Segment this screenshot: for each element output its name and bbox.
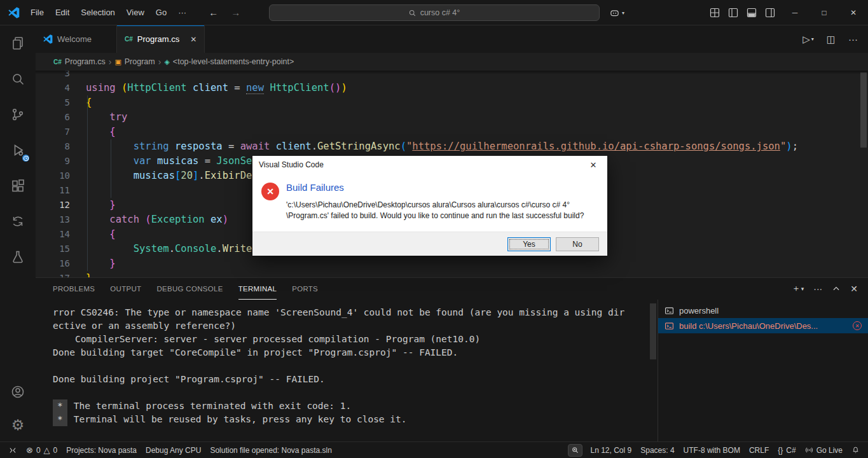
- dialog-footer: Yes No: [252, 232, 607, 256]
- panel-actions: ＋▾ ··· ✕: [792, 278, 858, 300]
- chevron-right-icon: ›: [158, 57, 162, 67]
- copilot-button[interactable]: ▾: [609, 7, 624, 18]
- customize-layout-icon[interactable]: [710, 8, 720, 18]
- activity-run-debug[interactable]: [0, 132, 36, 168]
- debug-config-status[interactable]: Debug Any CPU: [141, 442, 205, 458]
- close-button[interactable]: ✕: [839, 0, 868, 25]
- terminal-line: *The terminal process terminated with ex…: [53, 399, 658, 413]
- problems-status[interactable]: ⊗0 △0: [22, 442, 62, 458]
- panel-tab-ports[interactable]: PORTS: [292, 278, 318, 300]
- dialog-title-bar: Visual Studio Code ✕: [252, 156, 607, 174]
- breadcrumb-class[interactable]: ▣ Program: [114, 57, 155, 66]
- cursor-position[interactable]: Ln 12, Col 9: [586, 442, 637, 458]
- menu-go[interactable]: Go: [150, 5, 172, 20]
- notifications-bell[interactable]: [847, 442, 864, 458]
- dialog-content: ✕ Build Failures 'c:\Users\Pichau\OneDri…: [252, 174, 607, 232]
- vscode-window: FileEditSelectionViewGo··· ← → curso c# …: [0, 0, 868, 458]
- zoom-indicator[interactable]: [568, 444, 582, 457]
- sync-icon: [10, 214, 25, 229]
- code-line-7: 7 {: [36, 125, 859, 139]
- code-line-17: 17}: [36, 271, 859, 277]
- no-button[interactable]: No: [556, 237, 599, 251]
- panel-tab-debug-console[interactable]: DEBUG CONSOLE: [156, 278, 223, 300]
- panel-tab-problems[interactable]: PROBLEMS: [53, 278, 95, 300]
- menu-bar: FileEditSelectionViewGo···: [25, 5, 192, 20]
- toggle-primary-sidebar-icon[interactable]: [728, 8, 738, 18]
- menu-more[interactable]: ···: [172, 5, 192, 20]
- chevron-down-icon: ▾: [622, 10, 624, 15]
- menu-file[interactable]: File: [25, 5, 50, 20]
- status-bar: ⊗0 △0 Projects: Nova pasta Debug Any CPU…: [0, 441, 868, 458]
- tab-label: Program.cs: [137, 34, 179, 44]
- panel-more-actions-icon[interactable]: ···: [813, 284, 822, 294]
- forward-button[interactable]: →: [231, 7, 240, 18]
- back-button[interactable]: ←: [209, 7, 218, 18]
- tab-bar: Welcome C# Program.cs ✕ ▷▾ ◫ ···: [36, 25, 868, 53]
- symbol-class-icon: ▣: [114, 58, 121, 66]
- remote-indicator[interactable]: [4, 442, 22, 458]
- more-actions-icon[interactable]: ···: [848, 34, 858, 45]
- testing-beaker-icon: [10, 249, 25, 265]
- terminal-list: powershellbuild c:\Users\Pichau\OneDrive…: [658, 300, 868, 441]
- account-button[interactable]: [0, 375, 36, 408]
- tab-welcome[interactable]: Welcome: [36, 25, 117, 53]
- panel-tab-output[interactable]: OUTPUT: [110, 278, 141, 300]
- line-number: 12: [36, 198, 70, 212]
- extensions-icon: [10, 178, 25, 193]
- search-icon: [408, 9, 417, 17]
- terminal-item-build[interactable]: build c:\Users\Pichau\OneDrive\Des...✕: [658, 318, 868, 333]
- eol-status[interactable]: CRLF: [745, 442, 773, 458]
- close-panel-icon[interactable]: ✕: [850, 284, 858, 294]
- line-number: 17: [36, 271, 70, 277]
- command-center-search[interactable]: curso c# 4°: [269, 4, 600, 21]
- terminal-output[interactable]: rror CS0246: The type or namespace name …: [36, 300, 658, 441]
- toggle-panel-icon[interactable]: [747, 8, 757, 18]
- dialog-close-icon[interactable]: ✕: [585, 160, 602, 170]
- window-controls: ─ □ ✕: [780, 0, 868, 25]
- activity-explorer[interactable]: [0, 25, 36, 61]
- panel-tab-terminal[interactable]: TERMINAL: [238, 278, 277, 300]
- go-live-button[interactable]: Go Live: [801, 442, 847, 458]
- terminal-item-powershell[interactable]: powershell: [658, 303, 868, 318]
- layout-controls: [710, 0, 775, 25]
- editor-scrollbar[interactable]: [860, 73, 867, 148]
- terminal-line: rror CS0246: The type or namespace name …: [53, 306, 658, 319]
- maximize-button[interactable]: □: [809, 0, 839, 25]
- solution-status[interactable]: Solution file opened: Nova pasta.sln: [205, 442, 336, 458]
- activity-sync[interactable]: [0, 204, 36, 239]
- panel-header: PROBLEMSOUTPUTDEBUG CONSOLETERMINALPORTS…: [36, 278, 868, 300]
- line-number: 5: [36, 95, 70, 110]
- menu-edit[interactable]: Edit: [50, 5, 75, 20]
- terminal-scrollbar[interactable]: [650, 303, 656, 359]
- activity-search[interactable]: [0, 61, 36, 97]
- toggle-secondary-sidebar-icon[interactable]: [765, 8, 775, 18]
- panel-body: rror CS0246: The type or namespace name …: [36, 300, 868, 441]
- menu-selection[interactable]: Selection: [75, 5, 120, 20]
- language-status[interactable]: {} C#: [773, 442, 800, 458]
- maximize-panel-icon[interactable]: [832, 284, 841, 293]
- indentation-status[interactable]: Spaces: 4: [636, 442, 679, 458]
- breadcrumb-symbol[interactable]: ◈ <top-level-statements-entry-point>: [164, 57, 294, 66]
- activity-testing[interactable]: [0, 239, 36, 275]
- menu-view[interactable]: View: [121, 5, 150, 20]
- broadcast-icon: [805, 446, 813, 454]
- yes-button[interactable]: Yes: [507, 237, 551, 251]
- line-number: 6: [36, 110, 70, 125]
- settings-gear-button[interactable]: ⚙: [0, 408, 36, 441]
- error-icon: ✕: [261, 183, 279, 200]
- projects-status[interactable]: Projects: Nova pasta: [62, 442, 141, 458]
- activity-source-control[interactable]: [0, 97, 36, 132]
- terminal-line: CompilerServer: server - server processe…: [53, 333, 658, 346]
- new-terminal-button[interactable]: ＋▾: [792, 283, 804, 295]
- run-button[interactable]: ▷▾: [803, 34, 814, 45]
- terminal-line: *Terminal will be reused by tasks, press…: [53, 413, 658, 426]
- split-editor-icon[interactable]: ◫: [827, 34, 836, 45]
- breadcrumb-file[interactable]: C# Program.cs: [53, 57, 106, 66]
- tab-program-cs[interactable]: C# Program.cs ✕: [117, 25, 205, 53]
- status-bar-right: Ln 12, Col 9 Spaces: 4 UTF-8 with BOM CR…: [568, 442, 865, 458]
- activity-extensions[interactable]: [0, 168, 36, 204]
- remote-icon: [8, 446, 17, 455]
- tab-close-icon[interactable]: ✕: [190, 35, 196, 44]
- minimize-button[interactable]: ─: [780, 0, 809, 25]
- encoding-status[interactable]: UTF-8 with BOM: [679, 442, 745, 458]
